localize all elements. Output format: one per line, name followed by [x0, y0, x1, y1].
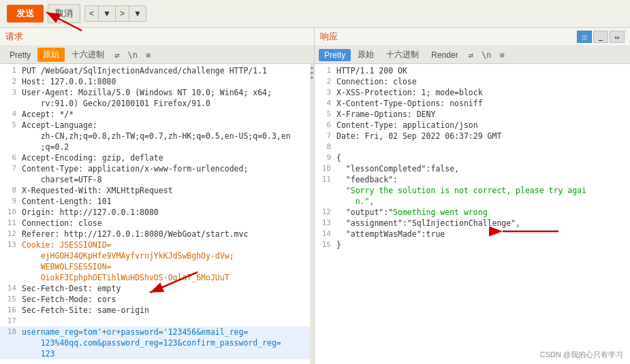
- table-row: 13 Cookie: JSESSIONID= ejHGOHJ4QKpHfe9VM…: [0, 239, 310, 283]
- table-row: 5 Accept-Language: zh-CN,zh;q=0.8,zh-TW;…: [0, 120, 310, 152]
- newline-icon-response[interactable]: \n: [478, 49, 494, 61]
- request-panel: 请求 Pretty 原始 十六进制 ⇄ \n ≡ 1 PUT /WebGoat/…: [0, 28, 315, 364]
- grid-view-button[interactable]: ◫: [577, 31, 592, 43]
- nav-next-button[interactable]: >: [116, 6, 129, 21]
- response-section-title: 响应: [320, 31, 338, 43]
- table-row: 6 Content-Type: application/json: [315, 120, 630, 131]
- table-row: 14 "attemptWasMade":true: [315, 229, 630, 239]
- cancel-button[interactable]: 取消: [48, 4, 80, 23]
- request-tab-bar: Pretty 原始 十六进制 ⇄ \n ≡: [0, 46, 314, 64]
- request-section-title: 请求: [0, 28, 314, 46]
- scroll-dot: [311, 76, 313, 79]
- menu-icon-response[interactable]: ≡: [496, 49, 507, 61]
- tab-hex-response[interactable]: 十六进制: [381, 48, 424, 62]
- tab-raw-request[interactable]: 原始: [37, 48, 65, 62]
- tab-render-response[interactable]: Render: [426, 49, 463, 61]
- tab-hex-request[interactable]: 十六进制: [66, 48, 110, 62]
- nav-prev-button[interactable]: <: [85, 6, 99, 21]
- tab-pretty-request[interactable]: Pretty: [4, 49, 36, 61]
- table-row: 14 Sec-Fetch-Dest: empty: [0, 283, 310, 294]
- table-row: 8 X-Requested-With: XMLHttpRequest: [0, 185, 310, 196]
- response-panel: 响应 ◫ ⎯ ▭ Pretty 原始 十六进制 Render ⇄ \n ≡: [315, 28, 630, 364]
- main-content: 请求 Pretty 原始 十六进制 ⇄ \n ≡ 1 PUT /WebGoat/…: [0, 28, 630, 364]
- view-toggle: ◫ ⎯ ▭: [577, 31, 625, 43]
- scroll-dot: [311, 67, 313, 69]
- table-row: 2 Host: 127.0.0.1:8080: [0, 76, 310, 87]
- nav-buttons: < ▼ > ▼: [84, 5, 146, 22]
- table-row: 17: [0, 316, 310, 327]
- nav-prev-down-button[interactable]: ▼: [99, 6, 116, 21]
- table-row: "Sorry the solution is not correct, plea…: [315, 185, 630, 207]
- table-row: 9 Content-Length: 101: [0, 196, 310, 207]
- watermark: CSDN @我的心只有学习: [540, 350, 623, 360]
- stream-icon-request[interactable]: ⇄: [111, 49, 123, 61]
- table-row: 4 Accept: */*: [0, 109, 310, 120]
- table-row: 13 "assignment":"SqlInjectionChallenge",: [315, 218, 630, 229]
- table-row: 3 X-XSS-Protection: 1; mode=block: [315, 87, 630, 98]
- tab-raw-response[interactable]: 原始: [352, 48, 379, 62]
- stream-icon-response[interactable]: ⇄: [465, 49, 477, 61]
- table-row: 15 Sec-Fetch-Mode: cors: [0, 294, 310, 305]
- table-row: 11 Connection: close: [0, 218, 310, 229]
- table-row: 7 Date: Fri, 02 Sep 2022 06:37:29 GMT: [315, 131, 630, 142]
- table-row: 15 }: [315, 239, 630, 250]
- table-row: 8: [315, 142, 630, 152]
- request-code-area[interactable]: 1 PUT /WebGoat/SqlInjectionAdvanced/chal…: [0, 64, 310, 364]
- table-row: 9 {: [315, 152, 630, 163]
- table-row: 10 "lessonCompleted":false,: [315, 163, 630, 174]
- send-button[interactable]: 发送: [7, 5, 44, 22]
- response-code-area[interactable]: 1 HTTP/1.1 200 OK 2 Connection: close 3 …: [315, 64, 630, 364]
- table-row: 1 PUT /WebGoat/SqlInjectionAdvanced/chal…: [0, 65, 310, 76]
- table-row: 7 Content-Type: application/x-www-form-u…: [0, 163, 310, 185]
- table-row: 4 X-Content-Type-Options: nosniff: [315, 98, 630, 109]
- table-row: 12 "output":"Something went wrong: [315, 207, 630, 218]
- nav-next-down-button[interactable]: ▼: [129, 6, 146, 21]
- table-row: 16 Sec-Fetch-Site: same-origin: [0, 305, 310, 316]
- scroll-indicator: [310, 64, 314, 364]
- newline-icon-request[interactable]: \n: [125, 49, 141, 61]
- menu-icon-request[interactable]: ≡: [142, 49, 154, 61]
- scroll-dot: [311, 71, 313, 74]
- table-row: 18 username_reg=tom'+or+password='123456…: [0, 327, 310, 359]
- toolbar: 发送 取消 < ▼ > ▼: [0, 0, 630, 28]
- response-tab-bar: Pretty 原始 十六进制 Render ⇄ \n ≡: [315, 46, 630, 64]
- table-row: 10 Origin: http://127.0.0.1:8080: [0, 207, 310, 218]
- table-row: 12 Referer: http://127.0.0.1:8080/WebGoa…: [0, 229, 310, 239]
- tab-pretty-response[interactable]: Pretty: [319, 49, 351, 61]
- table-row: 5 X-Frame-Options: DENY: [315, 109, 630, 120]
- table-row: 11 "feedback":: [315, 174, 630, 185]
- single-view-button[interactable]: ▭: [610, 31, 625, 43]
- table-row: 2 Connection: close: [315, 76, 630, 87]
- list-view-button[interactable]: ⎯: [593, 31, 608, 43]
- table-row: 6 Accept-Encoding: gzip, deflate: [0, 152, 310, 163]
- table-row: 1 HTTP/1.1 200 OK: [315, 65, 630, 76]
- table-row: 3 User-Agent: Mozilla/5.0 (Windows NT 10…: [0, 87, 310, 109]
